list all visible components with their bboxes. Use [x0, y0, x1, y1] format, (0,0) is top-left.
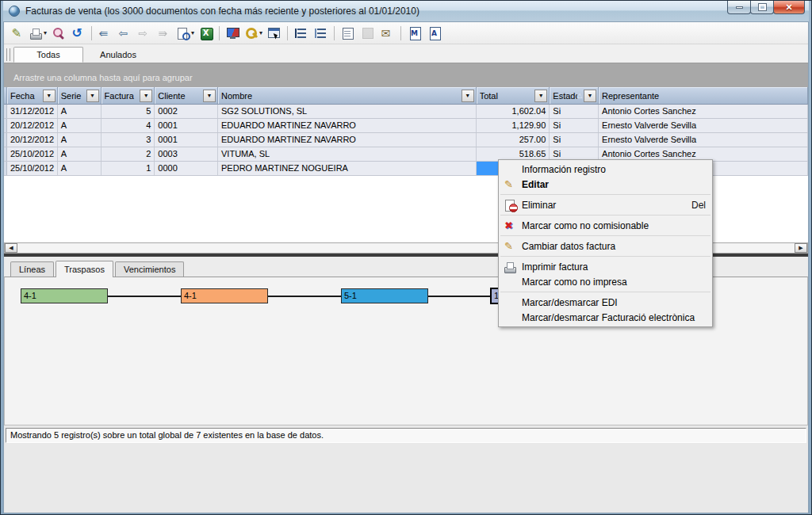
- column-header-cliente[interactable]: Cliente▼: [155, 87, 218, 104]
- doc-m-button[interactable]: [405, 24, 423, 42]
- cell-fecha[interactable]: 20/12/2012: [7, 119, 58, 132]
- menu-separator: [500, 292, 710, 292]
- cell-cliente[interactable]: 0000: [155, 162, 218, 175]
- flow-node[interactable]: 4-1: [181, 288, 268, 303]
- menu-item[interactable]: EliminarDel: [499, 197, 712, 212]
- filter-dropdown-icon[interactable]: ▼: [584, 90, 596, 102]
- cell-nombre[interactable]: EDUARDO MARTINEZ NAVARRO: [218, 133, 477, 147]
- row-indent-button[interactable]: [312, 24, 330, 42]
- filter-dropdown-icon[interactable]: ▼: [43, 90, 56, 102]
- cell-fecha[interactable]: 31/12/2012: [7, 105, 58, 118]
- column-header-fecha[interactable]: Fecha▼: [7, 87, 58, 104]
- flow-node[interactable]: 5-1: [341, 288, 428, 303]
- filter-dropdown-icon[interactable]: ▼: [86, 90, 99, 102]
- config-button[interactable]: ▾: [243, 24, 263, 42]
- note-disabled-icon: [361, 26, 375, 40]
- title-bar[interactable]: Facturas de venta (los 3000 documentos c…: [3, 1, 809, 21]
- cell-cliente[interactable]: 0001: [155, 133, 218, 147]
- column-header-estado[interactable]: Estado△▼: [550, 87, 599, 104]
- maximize-button[interactable]: [750, 1, 774, 14]
- menu-separator: [500, 194, 710, 195]
- cell-representante[interactable]: Ernesto Valverde Sevilla: [599, 133, 808, 147]
- toolbar-separator: [219, 26, 220, 40]
- menu-item[interactable]: Editar: [499, 177, 712, 192]
- menu-item[interactable]: Marcar/desmarcar Facturació electrònica: [499, 310, 712, 325]
- cell-factura[interactable]: 4: [102, 119, 155, 132]
- flow-node[interactable]: 4-1: [21, 288, 108, 303]
- filter-dropdown-icon[interactable]: ▼: [203, 90, 216, 102]
- cell-total[interactable]: 1,129.90: [477, 119, 550, 132]
- refresh-button[interactable]: [69, 24, 87, 42]
- menu-item[interactable]: Imprimir factura: [499, 259, 712, 274]
- cell-total[interactable]: 1,602.04: [477, 105, 550, 118]
- column-header-nombre[interactable]: Nombre▼: [218, 87, 477, 104]
- menu-item[interactable]: Cambiar datos factura: [499, 238, 712, 254]
- filter-dropdown-icon[interactable]: ▼: [140, 90, 152, 102]
- cell-estado[interactable]: Si: [550, 105, 599, 118]
- cell-nombre[interactable]: VITUMA, SL: [218, 147, 477, 161]
- printer-icon: [503, 261, 522, 273]
- nav-first-button[interactable]: [96, 24, 114, 42]
- window-select-button[interactable]: [265, 24, 283, 42]
- menu-item[interactable]: Información registro: [499, 162, 712, 177]
- cell-estado[interactable]: Si: [550, 133, 599, 147]
- print-button[interactable]: ▾: [28, 24, 48, 42]
- cell-fecha[interactable]: 25/10/2012: [7, 147, 58, 161]
- monitor-button[interactable]: [224, 24, 242, 42]
- cell-estado[interactable]: Si: [550, 119, 599, 132]
- group-by-bar[interactable]: Arrastre una columna hasta aquí para agr…: [4, 63, 808, 87]
- cell-representante[interactable]: Ernesto Valverde Sevilla: [599, 119, 808, 132]
- cell-factura[interactable]: 1: [102, 162, 155, 175]
- cell-representante[interactable]: Antonio Cortes Sanchez: [599, 105, 808, 118]
- cell-serie[interactable]: A: [58, 133, 102, 147]
- cell-total[interactable]: 257.00: [477, 133, 550, 147]
- filter-dropdown-icon[interactable]: ▼: [534, 90, 547, 102]
- cell-nombre[interactable]: SG2 SOLUTIONS, SL: [218, 105, 477, 118]
- tab-líneas[interactable]: Líneas: [10, 261, 54, 277]
- tab-traspasos[interactable]: Traspasos: [56, 261, 113, 277]
- column-header-serie[interactable]: Serie▼: [58, 87, 102, 104]
- cell-serie[interactable]: A: [58, 162, 102, 175]
- column-header-representante[interactable]: Representante: [599, 87, 808, 104]
- column-header-total[interactable]: Total▼: [477, 87, 550, 104]
- cell-serie[interactable]: A: [58, 119, 102, 132]
- excel-button[interactable]: [197, 24, 215, 42]
- cell-serie[interactable]: A: [58, 147, 102, 161]
- cell-factura[interactable]: 3: [102, 133, 155, 147]
- scroll-right-icon[interactable]: ▶: [795, 243, 807, 253]
- table-row[interactable]: 31/12/2012A50002SG2 SOLUTIONS, SL1,602.0…: [4, 105, 808, 119]
- nav-prev-button[interactable]: [116, 24, 134, 42]
- column-header-factura[interactable]: Factura▼: [102, 87, 155, 104]
- cell-fecha[interactable]: 20/12/2012: [7, 133, 58, 147]
- menu-item[interactable]: Marcar como no comisionable: [499, 218, 712, 233]
- tab-vencimientos[interactable]: Vencimientos: [115, 261, 184, 277]
- cell-fecha[interactable]: 25/10/2012: [7, 162, 58, 175]
- cell-serie[interactable]: A: [58, 105, 102, 118]
- table-row[interactable]: 20/12/2012A40001EDUARDO MARTINEZ NAVARRO…: [4, 119, 808, 133]
- table-row[interactable]: 20/12/2012A30001EDUARDO MARTINEZ NAVARRO…: [4, 133, 808, 147]
- preview-button[interactable]: ▾: [175, 24, 195, 42]
- minimize-button[interactable]: [727, 1, 751, 14]
- filter-dropdown-icon[interactable]: ▼: [462, 90, 474, 102]
- cell-nombre[interactable]: EDUARDO MARTINEZ NAVARRO: [218, 119, 477, 132]
- menu-item[interactable]: Marcar/desmarcar EDI: [499, 295, 712, 310]
- row-insert-button[interactable]: [292, 24, 310, 42]
- cell-nombre[interactable]: PEDRO MARTINEZ NOGUEIRA: [218, 162, 477, 175]
- column-label: Nombre: [221, 88, 462, 104]
- tab-anulados[interactable]: Anulados: [83, 47, 153, 63]
- mail-button[interactable]: [378, 24, 396, 42]
- cell-cliente[interactable]: 0002: [155, 105, 218, 118]
- edit-button[interactable]: [8, 24, 26, 42]
- cell-cliente[interactable]: 0003: [155, 147, 218, 161]
- scroll-left-icon[interactable]: ◀: [5, 243, 17, 253]
- note-button[interactable]: [339, 24, 357, 42]
- search-button[interactable]: [49, 24, 67, 42]
- menu-item[interactable]: Marcar como no impresa: [499, 274, 712, 289]
- cell-factura[interactable]: 5: [102, 105, 155, 118]
- cell-cliente[interactable]: 0001: [155, 119, 218, 132]
- doc-a-button[interactable]: [425, 24, 443, 42]
- close-button[interactable]: ✕: [773, 1, 805, 14]
- toolbar-separator: [400, 26, 401, 40]
- cell-factura[interactable]: 2: [102, 147, 155, 161]
- tab-todas[interactable]: Todas: [13, 47, 83, 63]
